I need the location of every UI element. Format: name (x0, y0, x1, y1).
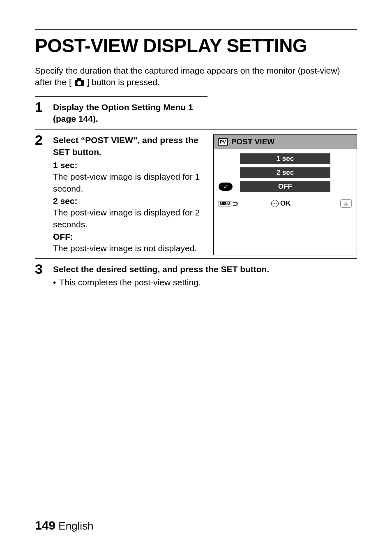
lcd-footer-ok[interactable]: SET OK (271, 199, 291, 208)
step-3: 3 Select the desired setting, and press … (35, 258, 357, 289)
set-icon: SET (271, 200, 279, 207)
option-desc: The post-view image is not displayed. (53, 243, 201, 254)
lcd-row-text: OFF (240, 181, 330, 192)
lcd-row-label: 1 sec (234, 153, 336, 164)
page-title: POST-VIEW DISPLAY SETTING (35, 35, 357, 57)
lcd-row-text: 2 sec (240, 167, 330, 178)
page-number: 149 (35, 518, 55, 532)
lcd-row[interactable]: 2 sec (219, 167, 352, 178)
step-number: 1 (35, 100, 46, 127)
step-number: 3 (35, 262, 46, 289)
step-3-bullet: • This completes the post-view setting. (53, 277, 357, 288)
step-1-instruction: Display the Option Setting Menu 1 (page … (53, 102, 208, 125)
lcd-row-label: OFF (234, 181, 336, 192)
intro-text: Specify the duration that the captured i… (35, 65, 357, 88)
page-language: English (58, 520, 93, 532)
step-2: 2 Select “POST VIEW”, and press the SET … (35, 129, 357, 255)
lcd-row-label: 2 sec (234, 167, 336, 178)
lcd-check: ✓ (219, 183, 234, 191)
intro-after: ] button is pressed. (87, 77, 159, 87)
bullet-marker: • (53, 277, 56, 288)
ok-text: OK (280, 199, 291, 208)
option-desc: The post-view image is displayed for 1 s… (53, 171, 201, 194)
pv-icon: PV (218, 138, 228, 146)
step-3-instruction: Select the desired setting, and press th… (53, 264, 357, 275)
bullet-text: This completes the post-view setting. (59, 277, 201, 288)
camera-icon (75, 80, 84, 86)
step-2-instruction: Select “POST VIEW”, and press the SET bu… (53, 134, 201, 158)
lcd-row-text: 1 sec (240, 153, 330, 164)
lcd-panel: PV POST VIEW 1 sec 2 sec (213, 134, 357, 255)
option-label: OFF: (53, 231, 201, 243)
option-label: 1 sec: (53, 160, 201, 171)
lcd-row[interactable]: 1 sec (219, 153, 352, 164)
lcd-footer: MENU ⊃ SET OK (214, 197, 357, 211)
lcd-footer-menu[interactable]: MENU ⊃ (219, 199, 238, 208)
lcd-row[interactable]: ✓ OFF (219, 181, 352, 192)
step-1: 1 Display the Option Setting Menu 1 (pag… (35, 96, 208, 127)
option-desc: The post-view image is displayed for 2 s… (53, 207, 201, 230)
lcd-body: 1 sec 2 sec ✓ OFF (214, 149, 357, 197)
top-rule (35, 29, 357, 30)
menu-icon: MENU (219, 201, 231, 206)
lcd-title-text: POST VIEW (231, 137, 275, 146)
battery-icon (340, 199, 352, 208)
step-number: 2 (35, 133, 46, 255)
lcd-title-bar: PV POST VIEW (214, 135, 357, 149)
check-icon: ✓ (219, 183, 233, 191)
return-arrow-icon: ⊃ (232, 199, 238, 208)
page-footer: 149 English (35, 518, 94, 532)
option-label: 2 sec: (53, 195, 201, 207)
